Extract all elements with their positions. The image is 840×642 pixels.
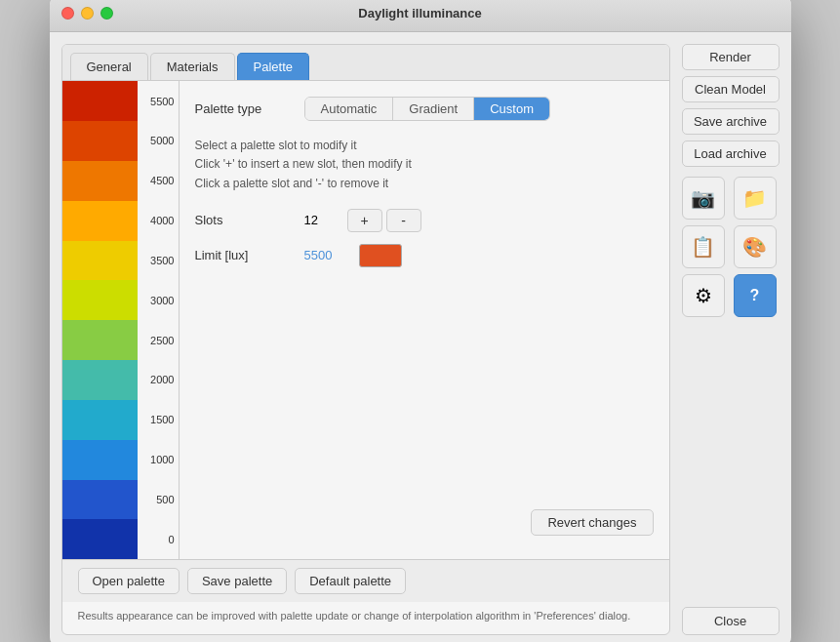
settings-panel: Palette type Automatic Gradient Custom S… — [180, 81, 669, 559]
palette-row[interactable]: 1500 — [62, 400, 179, 440]
titlebar: Daylight illuminance — [50, 0, 791, 32]
palette-row[interactable]: 4000 — [62, 201, 179, 241]
palette-row[interactable]: 500 — [62, 480, 179, 520]
icon-grid: 📷 📁 📋 🎨 ⚙ ? — [682, 177, 780, 317]
palette-color-swatch — [62, 480, 138, 520]
sidebar: Render Clean Model Save archive Load arc… — [682, 44, 780, 635]
clean-model-button[interactable]: Clean Model — [682, 76, 780, 102]
palette-row-label: 1000 — [138, 454, 179, 465]
gear-icon-button[interactable]: ⚙ — [682, 274, 725, 317]
type-btn-gradient[interactable]: Gradient — [393, 98, 474, 120]
bottom-note: Results appearance can be improved with … — [62, 602, 669, 634]
tabs-bar: General Materials Palette — [62, 45, 669, 81]
palette-row[interactable]: 3000 — [62, 280, 179, 320]
palette-color-swatch — [62, 320, 138, 360]
window-body: General Materials Palette 5500 5000 4500… — [50, 32, 791, 642]
palette-color-swatch — [62, 360, 138, 400]
palette-color-swatch — [62, 519, 138, 559]
render-button[interactable]: Render — [682, 44, 780, 70]
window-title: Daylight illuminance — [358, 6, 481, 20]
type-btn-custom[interactable]: Custom — [474, 98, 549, 120]
close-section: Close — [682, 595, 780, 635]
palette-row-label: 0 — [138, 534, 179, 545]
content-area: 5500 5000 4500 4000 3500 3000 2500 2000 … — [62, 81, 669, 559]
palette-row[interactable]: 4500 — [62, 161, 179, 201]
save-palette-button[interactable]: Save palette — [187, 568, 287, 594]
palette-row[interactable]: 5000 — [62, 121, 179, 161]
palette-row[interactable]: 2500 — [62, 320, 179, 360]
palette-row[interactable]: 3500 — [62, 241, 179, 281]
palette-color-swatch — [62, 400, 138, 440]
document-icon-button[interactable]: 📋 — [682, 225, 725, 268]
palette-row-label: 2000 — [138, 374, 179, 385]
close-traffic-light[interactable] — [61, 7, 74, 20]
palette-row-label: 3000 — [138, 295, 179, 306]
maximize-traffic-light[interactable] — [100, 7, 113, 20]
save-archive-button[interactable]: Save archive — [682, 108, 780, 135]
traffic-lights — [61, 7, 113, 20]
remove-slot-button[interactable]: - — [386, 209, 421, 232]
palette-row[interactable]: 5500 — [62, 81, 179, 121]
palette-row-label: 500 — [138, 494, 179, 505]
palette-type-label: Palette type — [195, 101, 293, 116]
palette-row-label: 3500 — [138, 255, 179, 266]
tab-palette[interactable]: Palette — [237, 53, 309, 80]
revert-button[interactable]: Revert changes — [531, 509, 653, 536]
close-button[interactable]: Close — [682, 607, 780, 635]
limit-label: Limit [lux] — [195, 248, 293, 262]
palette-color-swatch — [62, 81, 138, 121]
palette-row[interactable]: 1000 — [62, 440, 179, 480]
limit-value: 5500 — [304, 248, 340, 262]
palette-row[interactable]: 0 — [62, 519, 179, 559]
tab-materials[interactable]: Materials — [150, 53, 235, 80]
tab-general[interactable]: General — [70, 53, 148, 80]
palette-color-swatch — [62, 201, 138, 241]
palette-color-swatch — [62, 241, 138, 281]
help-icon-button[interactable]: ? — [734, 274, 777, 317]
slots-row: Slots 12 + - — [195, 209, 654, 232]
palette-color-swatch — [62, 161, 138, 201]
palette-color-swatch — [62, 121, 138, 161]
limit-color-swatch[interactable] — [359, 244, 402, 267]
folder-icon-button[interactable]: 📁 — [734, 177, 777, 220]
open-palette-button[interactable]: Open palette — [78, 568, 180, 594]
slots-buttons: + - — [347, 209, 421, 232]
slots-label: Slots — [195, 213, 293, 227]
limit-row: Limit [lux] 5500 — [195, 244, 654, 267]
add-slot-button[interactable]: + — [347, 209, 382, 232]
palette-row-label: 1500 — [138, 414, 179, 425]
palette-color-swatch — [62, 280, 138, 320]
load-archive-button[interactable]: Load archive — [682, 140, 780, 167]
palette-icon-button[interactable]: 🎨 — [734, 225, 777, 268]
minimize-traffic-light[interactable] — [81, 7, 94, 20]
palette-type-row: Palette type Automatic Gradient Custom — [195, 97, 654, 121]
palette-row-label: 5500 — [138, 96, 179, 107]
palette-bar: 5500 5000 4500 4000 3500 3000 2500 2000 … — [62, 81, 180, 559]
camera-icon-button[interactable]: 📷 — [682, 177, 725, 220]
palette-color-swatch — [62, 440, 138, 480]
palette-row[interactable]: 2000 — [62, 360, 179, 400]
main-window: Daylight illuminance General Materials P… — [50, 0, 791, 642]
slots-value: 12 — [304, 213, 328, 227]
palette-row-label: 4500 — [138, 175, 179, 186]
palette-type-buttons: Automatic Gradient Custom — [304, 97, 550, 121]
bottom-buttons: Open palette Save palette Default palett… — [62, 559, 669, 602]
palette-row-label: 5000 — [138, 135, 179, 146]
info-text: Select a palette slot to modify itClick … — [195, 137, 654, 193]
type-btn-automatic[interactable]: Automatic — [305, 98, 394, 120]
main-panel: General Materials Palette 5500 5000 4500… — [61, 44, 670, 635]
palette-row-label: 2500 — [138, 335, 179, 346]
palette-row-label: 4000 — [138, 215, 179, 226]
default-palette-button[interactable]: Default palette — [295, 568, 406, 594]
